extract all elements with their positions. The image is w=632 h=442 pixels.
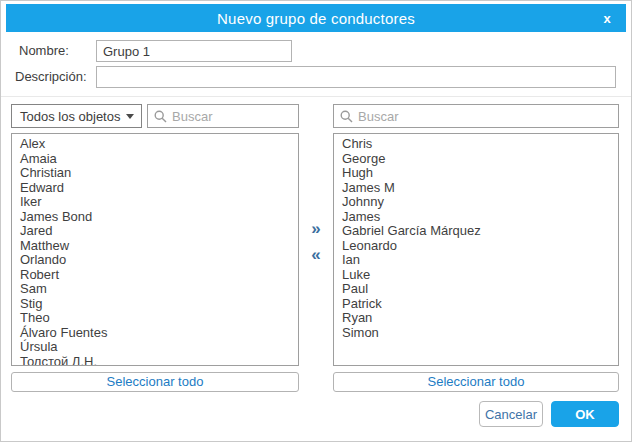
list-item[interactable]: Robert (12, 268, 298, 283)
ok-button[interactable]: OK (551, 401, 619, 427)
list-item[interactable]: James (334, 210, 618, 225)
list-item[interactable]: Álvaro Fuentes (12, 326, 298, 341)
list-item[interactable]: Stig (12, 297, 298, 312)
list-item[interactable]: Hugh (334, 166, 618, 181)
list-item[interactable]: George (334, 152, 618, 167)
list-item[interactable]: Orlando (12, 253, 298, 268)
description-field[interactable] (96, 66, 616, 88)
selected-search-box (333, 104, 619, 128)
select-all-selected-button[interactable]: Seleccionar todo (333, 372, 619, 392)
chevron-down-icon (126, 114, 134, 119)
object-filter-dropdown[interactable]: Todos los objetos (11, 104, 142, 128)
list-item[interactable]: Johnny (334, 195, 618, 210)
dialog-title: Nuevo grupo de conductores (217, 10, 415, 27)
list-item[interactable]: Patrick (334, 297, 618, 312)
new-driver-group-dialog: Nuevo grupo de conductores x Nombre: Des… (0, 0, 632, 442)
list-item[interactable]: Luke (334, 268, 618, 283)
list-item[interactable]: Chris (334, 137, 618, 152)
close-icon[interactable]: x (594, 4, 620, 32)
list-item[interactable]: Theo (12, 311, 298, 326)
list-item[interactable]: James M (334, 181, 618, 196)
list-item[interactable]: Simon (334, 326, 618, 341)
available-drivers-list[interactable]: AlexAmaiaChristianEdwardIkerJames BondJa… (11, 133, 299, 366)
selected-search-input[interactable] (358, 109, 612, 124)
available-search-box (147, 104, 299, 128)
name-field[interactable] (96, 40, 292, 62)
cancel-button[interactable]: Cancelar (479, 401, 543, 427)
list-item[interactable]: Edward (12, 181, 298, 196)
search-icon (154, 110, 167, 123)
list-item[interactable]: Ian (334, 253, 618, 268)
selected-drivers-list[interactable]: ChrisGeorgeHughJames MJohnnyJamesGabriel… (333, 133, 619, 366)
list-item[interactable]: Paul (334, 282, 618, 297)
name-label: Nombre: (19, 40, 69, 62)
form-separator (1, 96, 631, 97)
available-search-input[interactable] (172, 109, 292, 124)
move-right-button[interactable]: » (302, 217, 330, 241)
move-left-button[interactable]: « (302, 243, 330, 267)
list-item[interactable]: Iker (12, 195, 298, 210)
dialog-titlebar: Nuevo grupo de conductores x (6, 4, 626, 32)
list-item[interactable]: Amaia (12, 152, 298, 167)
list-item[interactable]: Толстой Л.Н. (12, 355, 298, 367)
description-label: Descripción: (15, 66, 87, 88)
search-icon (340, 110, 353, 123)
list-item[interactable]: Jared (12, 224, 298, 239)
list-item[interactable]: Gabriel García Márquez (334, 224, 618, 239)
list-item[interactable]: Alex (12, 137, 298, 152)
list-item[interactable]: Ryan (334, 311, 618, 326)
list-item[interactable]: Matthew (12, 239, 298, 254)
list-item[interactable]: Leonardo (334, 239, 618, 254)
list-item[interactable]: Úrsula (12, 340, 298, 355)
list-item[interactable]: Sam (12, 282, 298, 297)
list-item[interactable]: James Bond (12, 210, 298, 225)
select-all-available-button[interactable]: Seleccionar todo (11, 372, 299, 392)
list-item[interactable]: Christian (12, 166, 298, 181)
object-filter-dropdown-value: Todos los objetos (20, 109, 120, 124)
